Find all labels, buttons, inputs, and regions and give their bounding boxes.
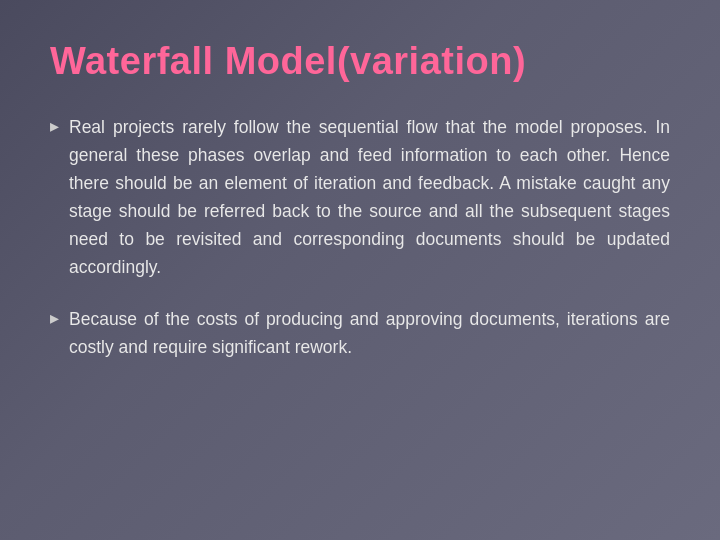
bullet-dot-2: ▸ — [50, 307, 59, 329]
slide: Waterfall Model(variation) ▸ Real projec… — [0, 0, 720, 540]
content-area: ▸ Real projects rarely follow the sequen… — [50, 113, 670, 361]
bullet-dot-1: ▸ — [50, 115, 59, 137]
bullet-item-1: ▸ Real projects rarely follow the sequen… — [50, 113, 670, 281]
bullet-text-2: Because of the costs of producing and ap… — [69, 305, 670, 361]
bullet-text-1: Real projects rarely follow the sequenti… — [69, 113, 670, 281]
bullet-item-2: ▸ Because of the costs of producing and … — [50, 305, 670, 361]
slide-title: Waterfall Model(variation) — [50, 40, 670, 83]
